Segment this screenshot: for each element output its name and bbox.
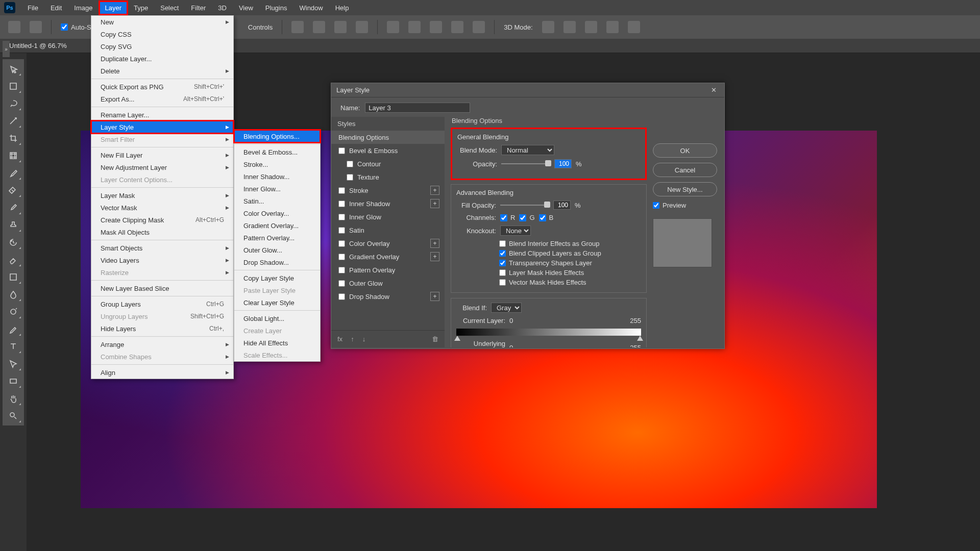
menu-view[interactable]: View: [233, 1, 259, 15]
menu-item[interactable]: New Adjustment Layer: [91, 161, 233, 173]
blend-clipped-checkbox[interactable]: [499, 250, 506, 257]
menu-filter[interactable]: Filter: [185, 1, 212, 15]
history-tool[interactable]: [5, 235, 22, 250]
opacity-slider[interactable]: [501, 159, 550, 168]
heal-tool[interactable]: [5, 183, 22, 198]
layer-menu[interactable]: NewCopy CSSCopy SVGDuplicate Layer...Del…: [91, 15, 234, 379]
align-justify-icon[interactable]: [356, 21, 368, 33]
dolly3d-icon[interactable]: [585, 21, 597, 33]
style-row[interactable]: Blending Options: [331, 131, 445, 144]
menu-help[interactable]: Help: [329, 1, 355, 15]
submenu-item[interactable]: Global Light...: [234, 312, 320, 324]
menu-item[interactable]: Arrange: [91, 338, 233, 350]
menu-3d[interactable]: 3D: [212, 1, 233, 15]
frame-tool[interactable]: [5, 148, 22, 163]
panel-expand-icon[interactable]: »: [3, 41, 10, 57]
menu-item[interactable]: Export As...Alt+Shift+Ctrl+': [91, 93, 233, 105]
gradient-tool[interactable]: [5, 269, 22, 285]
tool-mode-icon[interactable]: [30, 21, 42, 33]
menu-item[interactable]: Create Clipping MaskAlt+Ctrl+G: [91, 214, 233, 226]
submenu-item[interactable]: Clear Layer Style: [234, 296, 320, 309]
wand-tool[interactable]: [5, 113, 22, 129]
style-checkbox[interactable]: [338, 147, 345, 154]
submenu-item[interactable]: Bevel & Emboss...: [234, 146, 320, 158]
submenu-item[interactable]: Drop Shadow...: [234, 256, 320, 268]
add-effect-icon[interactable]: +: [430, 199, 439, 208]
menu-item[interactable]: Vector Mask: [91, 202, 233, 214]
submenu-item[interactable]: Inner Shadow...: [234, 170, 320, 183]
menu-item[interactable]: Rename Layer...: [91, 109, 233, 121]
style-checkbox[interactable]: [338, 267, 345, 273]
menu-item[interactable]: New Layer Based Slice: [91, 282, 233, 294]
menu-item[interactable]: Copy SVG: [91, 40, 233, 53]
style-checkbox[interactable]: [338, 227, 345, 234]
hand-tool[interactable]: [5, 391, 22, 406]
opacity-value[interactable]: 100: [554, 159, 572, 168]
move-down-icon[interactable]: ↓: [362, 335, 366, 343]
style-checkbox[interactable]: [338, 280, 345, 287]
submenu-item[interactable]: Color Overlay...: [234, 207, 320, 219]
orbit3d-icon[interactable]: [542, 21, 554, 33]
menu-window[interactable]: Window: [293, 1, 329, 15]
align-right-icon[interactable]: [334, 21, 347, 33]
zoom-tool[interactable]: [5, 408, 22, 423]
pan3d-icon[interactable]: [564, 21, 576, 33]
submenu-item[interactable]: Outer Glow...: [234, 244, 320, 256]
menu-item[interactable]: Group LayersCtrl+G: [91, 298, 233, 310]
menu-item[interactable]: Video Layers: [91, 254, 233, 266]
dialog-titlebar[interactable]: Layer Style: [331, 83, 724, 97]
blend-mode-select[interactable]: Normal: [501, 145, 554, 155]
new-style-button[interactable]: New Style...: [653, 182, 717, 196]
menu-image[interactable]: Image: [68, 1, 99, 15]
marquee-tool[interactable]: [5, 79, 22, 94]
style-checkbox[interactable]: [338, 293, 345, 300]
style-row[interactable]: Outer Glow: [331, 277, 445, 290]
menu-item[interactable]: Hide LayersCtrl+,: [91, 322, 233, 335]
home-icon[interactable]: [8, 21, 20, 33]
submenu-item[interactable]: Inner Glow...: [234, 183, 320, 195]
style-row[interactable]: Gradient Overlay+: [331, 250, 445, 263]
current-layer-gradient[interactable]: [456, 329, 641, 336]
style-row[interactable]: Inner Glow: [331, 210, 445, 223]
move-tool[interactable]: [5, 61, 22, 77]
menu-item[interactable]: New: [91, 16, 233, 28]
style-checkbox[interactable]: [338, 187, 345, 194]
submenu-item[interactable]: Copy Layer Style: [234, 272, 320, 284]
style-row[interactable]: Stroke+: [331, 184, 445, 197]
submenu-item[interactable]: Pattern Overlay...: [234, 232, 320, 244]
preview-checkbox[interactable]: Preview: [653, 202, 717, 209]
move-up-icon[interactable]: ↑: [351, 335, 354, 343]
menu-item[interactable]: New Fill Layer: [91, 149, 233, 161]
document-tab[interactable]: Untitled-1 @ 66.7%: [0, 39, 76, 53]
submenu-item[interactable]: Blending Options...: [234, 130, 320, 142]
style-row[interactable]: Color Overlay+: [331, 237, 445, 250]
layer-style-submenu[interactable]: Blending Options...Bevel & Emboss...Stro…: [234, 130, 321, 362]
align-top-icon[interactable]: [387, 21, 399, 33]
fill-opacity-slider[interactable]: [500, 201, 549, 210]
add-effect-icon[interactable]: +: [430, 252, 439, 261]
align-bottom-icon[interactable]: [430, 21, 442, 33]
camera3d-icon[interactable]: [628, 21, 640, 33]
submenu-item[interactable]: Hide All Effects: [234, 337, 320, 349]
style-row[interactable]: Pattern Overlay: [331, 263, 445, 277]
trash-icon[interactable]: 🗑: [432, 335, 438, 343]
vector-mask-hides-checkbox[interactable]: [499, 279, 506, 286]
menu-item[interactable]: Align: [91, 366, 233, 379]
submenu-item[interactable]: Stroke...: [234, 158, 320, 170]
style-checkbox[interactable]: [338, 254, 345, 260]
distribute-icon[interactable]: [451, 21, 463, 33]
menu-type[interactable]: Type: [128, 1, 154, 15]
close-icon[interactable]: [711, 86, 719, 94]
layer-mask-hides-checkbox[interactable]: [499, 269, 506, 276]
add-effect-icon[interactable]: +: [430, 292, 439, 301]
menu-item[interactable]: Duplicate Layer...: [91, 53, 233, 65]
style-checkbox[interactable]: [338, 214, 345, 220]
style-row[interactable]: Drop Shadow+: [331, 290, 445, 303]
menu-layer[interactable]: Layer: [99, 1, 128, 15]
stamp-tool[interactable]: [5, 217, 22, 233]
eyedrop-tool[interactable]: [5, 165, 22, 181]
style-row[interactable]: Inner Shadow+: [331, 197, 445, 210]
align-left-icon[interactable]: [291, 21, 304, 33]
more-icon[interactable]: [473, 21, 485, 33]
add-effect-icon[interactable]: +: [430, 186, 439, 195]
